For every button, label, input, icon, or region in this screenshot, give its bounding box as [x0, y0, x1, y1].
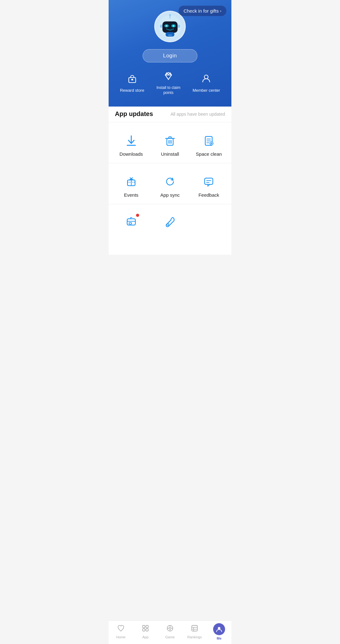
empty-item — [190, 209, 228, 229]
svg-rect-19 — [131, 79, 133, 80]
hero-section: Check in for gifts › vivo — [109, 0, 231, 107]
diamond-icon — [164, 71, 173, 83]
person-icon — [201, 74, 211, 85]
grid-row-2: Events App sync Feedback — [109, 163, 231, 204]
svg-rect-6 — [160, 25, 162, 28]
app-sync-item[interactable]: App sync — [150, 168, 189, 201]
install-points-label: Install to claim points — [154, 85, 183, 95]
login-label: Login — [163, 53, 177, 59]
quick-link-member-center[interactable]: Member center — [193, 74, 220, 93]
svg-point-16 — [172, 29, 173, 30]
svg-point-4 — [166, 25, 167, 27]
app-manager-item[interactable] — [112, 209, 150, 229]
checkin-button[interactable]: Check in for gifts › — [178, 6, 226, 16]
grid-row-1: Downloads Uninstall — [109, 122, 231, 163]
space-clean-icon — [201, 133, 216, 148]
robot-avatar-icon: vivo — [157, 14, 183, 39]
trash-icon — [162, 133, 178, 148]
app-updates-title: App updates — [115, 110, 153, 118]
sync-icon — [162, 174, 178, 189]
main-content: App updates All apps have been updated D… — [109, 103, 231, 255]
login-button[interactable]: Login — [143, 49, 197, 62]
gift-icon — [124, 174, 139, 189]
app-sync-label: App sync — [160, 192, 180, 198]
quick-link-reward-store[interactable]: Reward store — [120, 74, 144, 93]
svg-point-13 — [168, 29, 169, 30]
store-icon — [128, 74, 137, 85]
space-clean-item[interactable]: Space clean — [190, 127, 228, 160]
uninstall-label: Uninstall — [161, 151, 179, 157]
svg-point-26 — [204, 75, 208, 79]
member-center-label: Member center — [193, 88, 220, 93]
events-label: Events — [124, 192, 139, 198]
app-updates-status: All apps have been updated — [170, 112, 225, 117]
downloads-item[interactable]: Downloads — [112, 127, 150, 160]
svg-point-53 — [167, 223, 169, 225]
svg-point-12 — [167, 29, 167, 30]
feedback-icon — [201, 174, 216, 189]
chevron-right-icon: › — [220, 9, 221, 13]
svg-point-17 — [173, 29, 174, 30]
svg-rect-47 — [205, 178, 213, 184]
quick-link-install-points[interactable]: Install to claim points — [154, 71, 183, 95]
feedback-item[interactable]: Feedback — [190, 168, 228, 201]
svg-point-14 — [169, 30, 170, 31]
reward-store-label: Reward store — [120, 88, 144, 93]
uninstall-item[interactable]: Uninstall — [150, 127, 189, 160]
svg-text:vivo: vivo — [168, 34, 172, 36]
quick-links-row: Reward store Install to claim points — [115, 71, 225, 95]
svg-point-5 — [173, 25, 174, 27]
svg-rect-7 — [178, 25, 180, 28]
svg-point-11 — [169, 14, 171, 16]
feedback-label: Feedback — [198, 192, 219, 198]
partial-row — [109, 204, 231, 229]
svg-rect-52 — [129, 223, 132, 224]
space-clean-label: Space clean — [196, 151, 222, 157]
app-manager-icon — [125, 215, 138, 228]
svg-rect-1 — [162, 21, 178, 33]
app-manager-icon-wrap — [125, 215, 138, 229]
tools-icon — [163, 215, 177, 228]
checkin-label: Check in for gifts — [184, 8, 219, 14]
svg-point-15 — [170, 30, 171, 31]
events-item[interactable]: Events — [112, 168, 150, 201]
tools-item[interactable] — [150, 209, 189, 229]
downloads-label: Downloads — [120, 151, 143, 157]
notification-dot — [136, 214, 139, 217]
download-icon — [124, 133, 139, 148]
